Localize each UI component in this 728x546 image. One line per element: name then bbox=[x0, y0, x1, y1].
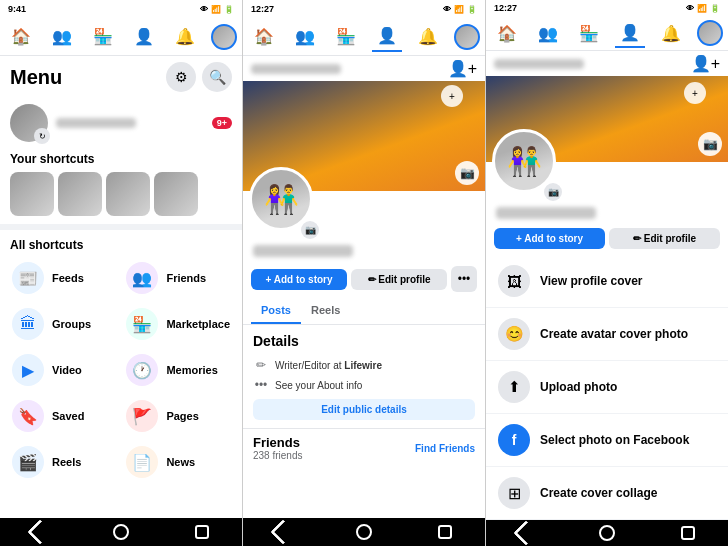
dropdown-upload-photo[interactable]: ⬆ Upload photo bbox=[486, 361, 728, 414]
news-label: News bbox=[166, 456, 195, 468]
cover-story-btn-right[interactable]: + bbox=[684, 82, 706, 104]
shortcut-2[interactable] bbox=[58, 172, 102, 216]
tab-reels[interactable]: Reels bbox=[301, 298, 350, 324]
dropdown-select-photo-facebook[interactable]: f Select photo on Facebook bbox=[486, 414, 728, 467]
cover-story-btn[interactable]: + bbox=[441, 85, 463, 107]
nav-friends-right[interactable]: 👥 bbox=[533, 18, 563, 48]
menu-item-pages[interactable]: 🚩 Pages bbox=[120, 394, 236, 438]
nav-home-left[interactable]: 🏠 bbox=[6, 22, 36, 52]
menu-item-marketplace[interactable]: 🏪 Marketplace bbox=[120, 302, 236, 346]
friends-label: Friends bbox=[166, 272, 206, 284]
nav-marketplace-center[interactable]: 🏪 bbox=[331, 22, 361, 52]
nav-avatar-left[interactable] bbox=[211, 24, 237, 50]
nav-marketplace-left[interactable]: 🏪 bbox=[88, 22, 118, 52]
status-bar-center: 12:27 👁 📶 🔋 bbox=[243, 0, 485, 18]
nav-profile-left[interactable]: 👤 bbox=[129, 22, 159, 52]
nav-avatar-right[interactable] bbox=[697, 20, 723, 46]
bottom-nav-right bbox=[486, 520, 728, 546]
profile-avatar-photo-right: 👫 bbox=[492, 129, 556, 193]
friends-label: Friends bbox=[253, 435, 302, 450]
menu-item-news[interactable]: 📄 News bbox=[120, 440, 236, 484]
tab-posts[interactable]: Posts bbox=[251, 298, 301, 324]
user-name bbox=[56, 118, 136, 128]
dropdown-create-avatar-cover[interactable]: 😊 Create avatar cover photo bbox=[486, 308, 728, 361]
view-profile-cover-icon: 🖼 bbox=[498, 265, 530, 297]
dropdown-view-profile-cover[interactable]: 🖼 View profile cover bbox=[486, 255, 728, 308]
status-time-left: 9:41 bbox=[8, 4, 26, 14]
add-friend-icon-center[interactable]: 👤+ bbox=[448, 59, 477, 78]
dropdown-create-cover-collage[interactable]: ⊞ Create cover collage bbox=[486, 467, 728, 520]
shortcut-3[interactable] bbox=[106, 172, 150, 216]
user-avatar-wrap: ↻ bbox=[10, 104, 48, 142]
home-btn-right[interactable] bbox=[595, 524, 619, 542]
more-options-btn[interactable]: ••• bbox=[451, 266, 477, 292]
details-section: Details ✏ Writer/Editor at Lifewire ••• … bbox=[243, 325, 485, 428]
nav-profile-right[interactable]: 👤 bbox=[615, 18, 645, 48]
avatar-camera-right[interactable]: 📷 bbox=[544, 183, 562, 201]
profile-name-row bbox=[243, 231, 485, 264]
nav-home-center[interactable]: 🏠 bbox=[249, 22, 279, 52]
settings-button[interactable]: ⚙ bbox=[166, 62, 196, 92]
profile-avatar-camera[interactable]: 📷 bbox=[301, 221, 319, 239]
edit-public-btn[interactable]: Edit public details bbox=[253, 399, 475, 420]
dropdown-menu: 🖼 View profile cover 😊 Create avatar cov… bbox=[486, 255, 728, 520]
menu-item-saved[interactable]: 🔖 Saved bbox=[6, 394, 118, 438]
recents-btn-right[interactable] bbox=[676, 524, 700, 542]
status-icons-left: 👁 📶 🔋 bbox=[200, 5, 234, 14]
nav-bell-left[interactable]: 🔔 bbox=[170, 22, 200, 52]
menu-item-video[interactable]: ▶ Video bbox=[6, 348, 118, 392]
tabs-row: Posts Reels bbox=[243, 298, 485, 325]
nav-bell-center[interactable]: 🔔 bbox=[413, 22, 443, 52]
detail-icon-2: ••• bbox=[253, 378, 269, 392]
nav-bell-right[interactable]: 🔔 bbox=[656, 18, 686, 48]
add-friend-icon-right[interactable]: 👤+ bbox=[691, 54, 720, 73]
home-btn-center[interactable] bbox=[352, 523, 376, 541]
nav-friends-left[interactable]: 👥 bbox=[47, 22, 77, 52]
menu-item-friends[interactable]: 👥 Friends bbox=[120, 256, 236, 300]
add-to-story-btn-right[interactable]: + Add to story bbox=[494, 228, 605, 249]
shortcut-1[interactable] bbox=[10, 172, 54, 216]
nav-avatar-center[interactable] bbox=[454, 24, 480, 50]
reels-label: Reels bbox=[52, 456, 81, 468]
add-to-story-btn[interactable]: + Add to story bbox=[251, 269, 347, 290]
nav-marketplace-right[interactable]: 🏪 bbox=[574, 18, 604, 48]
profile-name-row-right bbox=[486, 193, 728, 226]
status-icons-center: 👁 📶 🔋 bbox=[443, 5, 477, 14]
edit-profile-btn[interactable]: ✏ Edit profile bbox=[351, 269, 447, 290]
search-button[interactable]: 🔍 bbox=[202, 62, 232, 92]
feeds-icon: 📰 bbox=[12, 262, 44, 294]
detail-row-2[interactable]: ••• See your About info bbox=[253, 375, 475, 395]
back-btn-left[interactable] bbox=[28, 523, 52, 541]
home-btn-left[interactable] bbox=[109, 523, 133, 541]
menu-item-feeds[interactable]: 📰 Feeds bbox=[6, 256, 118, 300]
saved-icon: 🔖 bbox=[12, 400, 44, 432]
profile-name-bar-right bbox=[496, 207, 596, 219]
nav-profile-center[interactable]: 👤 bbox=[372, 22, 402, 52]
shortcut-4[interactable] bbox=[154, 172, 198, 216]
upload-photo-label: Upload photo bbox=[540, 380, 617, 394]
recents-btn-left[interactable] bbox=[190, 523, 214, 541]
bottom-nav-left bbox=[0, 518, 242, 546]
pages-label: Pages bbox=[166, 410, 198, 422]
avatar-edit-btn[interactable]: ↻ bbox=[34, 128, 50, 144]
menu-grid: 📰 Feeds 👥 Friends 🏛 Groups 🏪 Marketplace… bbox=[0, 254, 242, 486]
find-friends-link[interactable]: Find Friends bbox=[415, 443, 475, 454]
detail-text-1: Writer/Editor at Lifewire bbox=[275, 360, 382, 371]
menu-title: Menu bbox=[10, 66, 62, 89]
nav-home-right[interactable]: 🏠 bbox=[492, 18, 522, 48]
friends-count: 238 friends bbox=[253, 450, 302, 461]
back-btn-center[interactable] bbox=[271, 523, 295, 541]
menu-item-reels[interactable]: 🎬 Reels bbox=[6, 440, 118, 484]
friends-section: Friends 238 friends Find Friends bbox=[243, 428, 485, 467]
news-icon: 📄 bbox=[126, 446, 158, 478]
shortcuts-row bbox=[0, 168, 242, 220]
menu-item-memories[interactable]: 🕐 Memories bbox=[120, 348, 236, 392]
cover-camera-btn-right[interactable]: 📷 bbox=[698, 132, 722, 156]
menu-item-groups[interactable]: 🏛 Groups bbox=[6, 302, 118, 346]
nav-friends-center[interactable]: 👥 bbox=[290, 22, 320, 52]
cover-camera-btn[interactable]: 📷 bbox=[455, 161, 479, 185]
back-btn-right[interactable] bbox=[514, 524, 538, 542]
edit-profile-btn-right[interactable]: ✏ Edit profile bbox=[609, 228, 720, 249]
memories-icon: 🕐 bbox=[126, 354, 158, 386]
recents-btn-center[interactable] bbox=[433, 523, 457, 541]
